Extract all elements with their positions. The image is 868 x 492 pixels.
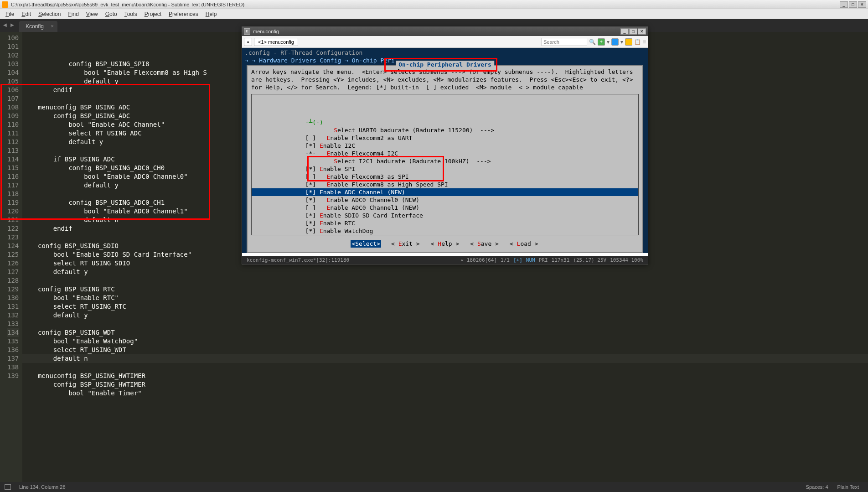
mc-panel-title: On-chip Peripheral Drivers <box>396 61 494 68</box>
status-cursor-pos: Line 134, Column 28 <box>15 484 70 490</box>
mc-clipboard-icon[interactable]: 📋 <box>634 39 641 45</box>
code-line[interactable]: menuconfig BSP_USING_HWTIMER <box>22 372 868 380</box>
mc-btn-help[interactable]: < Help > <box>430 240 460 248</box>
menuconfig-app-icon: E <box>244 28 250 35</box>
code-line[interactable]: bool "Enable Timer" <box>22 389 868 398</box>
mc-win-icon[interactable] <box>611 38 619 46</box>
code-line[interactable]: default y <box>22 311 868 320</box>
maximize-button[interactable]: □ <box>849 1 857 8</box>
tab-kconfig[interactable]: Kconfig × <box>19 21 57 32</box>
mc-option-item[interactable]: [*] Enable WatchDog <box>252 227 638 235</box>
mc-maximize-button[interactable]: □ <box>629 28 637 35</box>
menuconfig-window[interactable]: E menuconfig _ □ ✕ ▪ <1> menuconfig 🔍 + … <box>242 26 648 264</box>
mc-search-input[interactable] <box>542 38 587 46</box>
mc-option-item[interactable]: [*] Enable I2C <box>252 142 638 150</box>
code-line[interactable]: bool "Enable WatchDog" <box>22 337 868 346</box>
minimize-button[interactable]: _ <box>840 1 848 8</box>
menu-project[interactable]: Project <box>141 10 165 18</box>
code-line[interactable]: config BSP_USING_HWTIMER <box>22 380 868 389</box>
mc-status-cur: (25,17) 25V <box>571 257 608 263</box>
mc-option-item[interactable]: [*] Enable Flexcomm8 as High Speed SPI <box>252 181 638 188</box>
mc-minimize-button[interactable]: _ <box>620 28 629 35</box>
code-line[interactable] <box>22 320 868 328</box>
mc-scroll-up-indicator: -┴(-) <box>252 119 638 126</box>
mc-add-icon[interactable]: + <box>598 38 605 46</box>
code-line[interactable]: select RT_USING_RTC <box>22 302 868 311</box>
status-syntax[interactable]: Plain Text <box>833 484 864 490</box>
mc-option-item[interactable]: [ ] Enable Flexcomm3 as SPI <box>252 173 638 181</box>
mc-status-num: NUM <box>524 257 537 263</box>
menuconfig-title: menuconfig <box>253 29 279 34</box>
mc-menu-icon[interactable]: ≡ <box>643 39 646 45</box>
code-line[interactable]: config BSP_USING_WDT <box>22 328 868 337</box>
mc-btn-save[interactable]: < Save > <box>469 240 500 248</box>
mc-config-header: .config - RT-Thread Configuration <box>245 49 362 56</box>
mc-dropdown-icon[interactable]: ▾ <box>607 39 610 45</box>
tab-label: Kconfig <box>26 23 44 30</box>
mc-option-item[interactable]: [*] Enable Timer <box>252 235 638 235</box>
mc-button-bar: <Select>< Exit >< Help >< Save >< Load > <box>251 240 639 248</box>
menu-find[interactable]: Find <box>64 10 82 18</box>
mc-option-item[interactable]: [*] Enable SPI <box>252 165 638 173</box>
mc-btn-load[interactable]: < Load > <box>509 240 539 248</box>
menuconfig-title-bar[interactable]: E menuconfig _ □ ✕ <box>242 27 648 36</box>
mc-close-button[interactable]: ✕ <box>638 28 646 35</box>
mc-option-item[interactable]: [*] Enable ADC0 Channel0 (NEW) <box>252 196 638 204</box>
mc-option-item[interactable]: Select UART0 badurate (Badurate 115200) … <box>252 126 638 134</box>
mc-status-size: 105344 100% <box>608 257 645 263</box>
nav-forward-icon[interactable]: ▶ <box>9 22 16 29</box>
sublime-window-title: C:\nxp\rt-thread\bsp\lpc55sxx\lpc55s69_e… <box>11 2 840 7</box>
mc-lock-icon[interactable] <box>625 38 632 46</box>
mc-status-proc: kconfig-mconf_win7.exe*[32]:119180 <box>245 257 351 263</box>
mc-btn-select[interactable]: <Select> <box>351 240 381 248</box>
code-line[interactable]: select RT_USING_WDT <box>22 346 868 354</box>
sublime-status-bar: Line 134, Column 28 Spaces: 4 Plain Text <box>0 482 868 492</box>
mc-option-list[interactable]: -┴(-) Select UART0 badurate (Badurate 11… <box>251 94 639 235</box>
menu-goto[interactable]: Goto <box>102 10 121 18</box>
mc-status-pri: PRI <box>537 257 550 263</box>
mc-option-item[interactable]: [*] Enable RTC <box>252 219 638 227</box>
mc-status-enc: « 180206[64] <box>459 257 499 263</box>
menu-selection[interactable]: Selection <box>35 10 64 18</box>
sublime-menu-bar: FileEditSelectionFindViewGotoToolsProjec… <box>0 9 868 19</box>
menu-help[interactable]: Help <box>202 10 221 18</box>
menuconfig-terminal[interactable]: .config - RT-Thread Configuration → → Ha… <box>242 48 648 253</box>
menu-preferences[interactable]: Preferences <box>165 10 202 18</box>
menu-view[interactable]: View <box>83 10 102 18</box>
mc-status-dim: 117x31 <box>550 257 572 263</box>
code-line[interactable] <box>22 276 868 285</box>
mc-help-text: Arrow keys navigate the menu. <Enter> se… <box>251 68 639 91</box>
mc-option-item[interactable]: -*- Enable Flexcomm4 I2C <box>252 150 638 157</box>
menu-tools[interactable]: Tools <box>121 10 141 18</box>
tab-close-icon[interactable]: × <box>51 23 54 29</box>
search-icon[interactable]: 🔍 <box>589 39 596 45</box>
mc-btn-exit[interactable]: < Exit > <box>390 240 421 248</box>
line-gutter: 1001011021031041051061071081091101111121… <box>0 32 22 484</box>
code-line[interactable]: default y <box>22 268 868 276</box>
mc-tab-label[interactable]: <1> menuconfig <box>254 38 298 46</box>
code-line[interactable] <box>22 363 868 372</box>
mc-option-item[interactable]: [*] Enable ADC Channel (NEW) <box>252 188 638 196</box>
mc-option-item[interactable]: [ ] Enable Flexcomm2 as UART <box>252 134 638 142</box>
close-button[interactable]: ✕ <box>858 1 866 8</box>
mc-dropdown2-icon[interactable]: ▾ <box>620 39 623 45</box>
mc-status-ins: [+] <box>512 257 524 263</box>
mc-status-pos: 1/1 <box>499 257 512 263</box>
mc-option-item[interactable]: [ ] Enable ADC0 Channel1 (NEW) <box>252 204 638 212</box>
code-line[interactable]: default n <box>22 354 868 363</box>
mc-breadcrumb: → → Hardware Drivers Config → On-chip Pe… <box>245 57 395 64</box>
status-panel-icon[interactable] <box>5 484 11 490</box>
mc-console-icon[interactable]: ▪ <box>244 38 252 46</box>
mc-option-item[interactable]: Select I2C1 badurate (Badurate 100kHZ) -… <box>252 157 638 165</box>
menu-file[interactable]: File <box>2 10 18 18</box>
menu-edit[interactable]: Edit <box>18 10 35 18</box>
status-indent[interactable]: Spaces: 4 <box>801 484 833 490</box>
code-line[interactable]: config BSP_USING_RTC <box>22 285 868 294</box>
code-line[interactable]: bool "Enable RTC" <box>22 294 868 302</box>
mc-option-item[interactable]: [*] Enable SDIO SD Card Interface <box>252 212 638 219</box>
menuconfig-status-bar: kconfig-mconf_win7.exe*[32]:119180 « 180… <box>242 256 648 264</box>
mc-panel: On-chip Peripheral Drivers Arrow keys na… <box>247 65 643 253</box>
menuconfig-toolbar: ▪ <1> menuconfig 🔍 + ▾ ▾ 📋 ≡ <box>242 36 648 48</box>
nav-back-icon[interactable]: ◀ <box>2 22 8 29</box>
sublime-app-icon <box>2 1 8 8</box>
